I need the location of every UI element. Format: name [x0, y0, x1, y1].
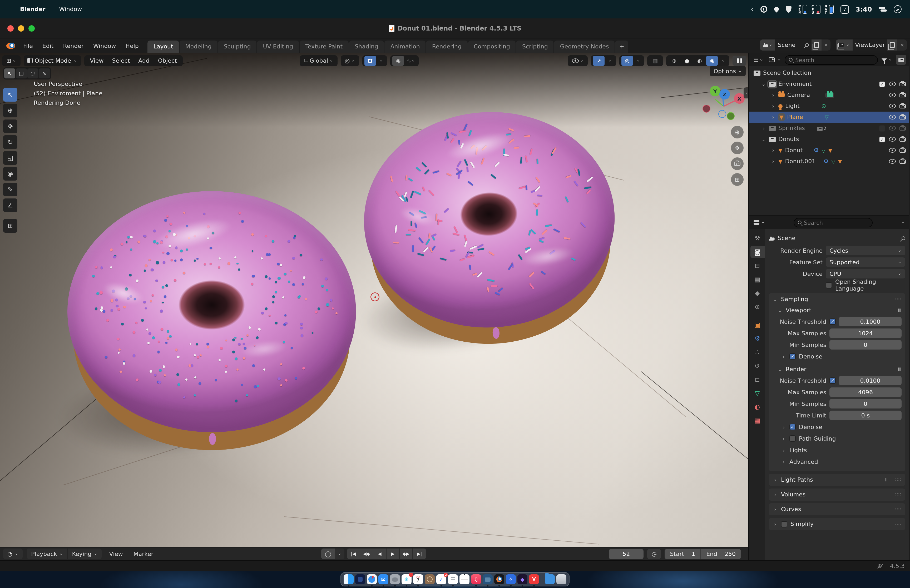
hide-eye-icon[interactable] — [889, 137, 896, 142]
gauge-menu-icon[interactable] — [894, 5, 902, 13]
hide-eye-icon[interactable] — [889, 148, 896, 153]
path-guiding-row[interactable]: › Path Guiding — [773, 433, 902, 444]
lights-row[interactable]: ›Lights — [773, 445, 902, 456]
outliner-row-light[interactable]: › Light — [749, 100, 909, 111]
workspace-tab-compositing[interactable]: Compositing — [468, 40, 516, 53]
auto-keying-dropdown[interactable] — [335, 549, 344, 559]
location-pin-icon[interactable] — [773, 6, 780, 12]
outliner-row-donuts[interactable]: ⌄ Donuts ✓ — [749, 134, 909, 145]
disable-render-icon[interactable] — [899, 148, 906, 152]
pin-scene-icon[interactable] — [804, 42, 810, 48]
dock-safari[interactable] — [367, 574, 377, 584]
dock-tasks[interactable]: ✓2 — [436, 574, 446, 584]
next-keyframe-button[interactable]: ◆▶ — [400, 549, 413, 559]
donut-right[interactable] — [359, 106, 621, 351]
auto-keying-toggle[interactable]: ◯ — [321, 549, 335, 559]
play-button[interactable]: ▶ — [386, 549, 400, 559]
outliner-search[interactable] — [785, 55, 878, 65]
render-min-samples-field[interactable]: 0 — [829, 399, 902, 409]
menubar-clock[interactable]: 3:40 — [856, 5, 872, 13]
app-menu-window[interactable]: Window — [59, 6, 82, 13]
collection-checkbox[interactable]: ✓ — [879, 81, 885, 87]
render-denoise-row[interactable]: ›✓ Denoise — [773, 422, 902, 432]
dock-mastodon[interactable] — [390, 574, 400, 584]
tool-transform[interactable]: ◉ — [3, 167, 18, 181]
dock-finder[interactable] — [344, 574, 354, 584]
tool-move[interactable]: ✥ — [3, 120, 18, 133]
proportional-falloff-dropdown[interactable]: ∿ — [405, 55, 417, 66]
properties-search[interactable] — [794, 218, 872, 227]
dock-mail[interactable]: ✉ — [378, 574, 388, 584]
tab-object[interactable]: ▣ — [750, 318, 765, 331]
workspace-tab-geometry-nodes[interactable]: Geometry Nodes — [554, 40, 615, 53]
pivot-point-dropdown[interactable]: ◎ — [341, 55, 359, 66]
close-window-button[interactable] — [7, 25, 14, 31]
viewport-options-button[interactable]: Options — [710, 66, 746, 76]
remove-viewlayer-button[interactable] — [898, 39, 907, 50]
workspace-tab-modeling[interactable]: Modeling — [179, 40, 218, 53]
play-reverse-button[interactable]: ◀ — [373, 549, 386, 559]
dock-dark-app[interactable] — [355, 574, 365, 584]
disable-render-icon[interactable] — [899, 82, 906, 86]
hide-eye-icon[interactable] — [889, 82, 896, 86]
overlays-dropdown[interactable] — [634, 57, 642, 64]
pan-view-button[interactable]: ✥ — [731, 142, 744, 154]
shading-dropdown[interactable] — [719, 57, 727, 64]
gizmo-axis-y-neg[interactable] — [727, 112, 735, 120]
new-viewlayer-button[interactable] — [887, 39, 898, 50]
proportional-editing-toggle[interactable]: ◉ — [393, 55, 404, 66]
snap-toggle[interactable]: Ω — [364, 55, 376, 66]
viewlayer-name[interactable]: ViewLayer — [855, 42, 885, 48]
outliner-filter-dropdown[interactable] — [880, 57, 894, 63]
disable-render-icon[interactable] — [899, 126, 906, 130]
workspace-tab-uv-editing[interactable]: UV Editing — [257, 40, 299, 53]
outliner-row-camera[interactable]: › Camera — [749, 89, 909, 100]
properties-options-dropdown[interactable] — [899, 220, 906, 225]
show-objects-dropdown[interactable] — [568, 55, 588, 66]
viewport-menu-add[interactable]: Add — [134, 57, 153, 64]
dock-calendar[interactable]: OCT7 — [413, 574, 423, 584]
tool-rotate[interactable]: ↻ — [3, 135, 18, 149]
timeline-editor-type[interactable]: ◔ — [3, 549, 23, 559]
disable-render-icon[interactable] — [899, 93, 906, 97]
tool-measure[interactable]: ∠ — [3, 199, 18, 212]
disable-render-icon[interactable] — [899, 104, 906, 108]
tab-constraints[interactable]: ⊏ — [750, 373, 765, 385]
properties-search-input[interactable] — [804, 219, 868, 226]
workspace-tab-animation[interactable]: Animation — [385, 40, 426, 53]
viewlayer-browse-dropdown[interactable] — [836, 39, 852, 50]
presets-icon[interactable]: ≡ — [897, 367, 902, 372]
camera-view-button[interactable] — [731, 157, 744, 170]
jump-to-end-button[interactable]: ▶| — [413, 549, 426, 559]
sampling-panel-header[interactable]: ⌄Sampling∷∷ — [769, 293, 905, 305]
zoom-window-button[interactable] — [28, 25, 35, 31]
curves-section[interactable]: ›Curves∷∷ — [769, 503, 905, 515]
shading-rendered-button[interactable]: ◉ — [706, 55, 718, 66]
dock-downloads-folder[interactable] — [545, 574, 555, 584]
prev-keyframe-button[interactable]: ◀◆ — [360, 549, 373, 559]
gizmo-axis-z-neg[interactable] — [718, 110, 726, 118]
control-center-icon[interactable] — [879, 6, 887, 12]
presets-icon[interactable]: ≡ — [897, 308, 902, 312]
tab-material[interactable]: ◐ — [750, 401, 765, 413]
dock-notes[interactable] — [459, 574, 469, 584]
menubar-collapse-chevron[interactable]: ‹ — [751, 5, 753, 13]
outliner-row-scene-collection[interactable]: Scene Collection — [749, 67, 909, 78]
workspace-tab-texture-paint[interactable]: Texture Paint — [299, 40, 348, 53]
render-noise-threshold-checkbox[interactable]: ✓ — [829, 378, 836, 384]
tab-view-layer[interactable]: ▤ — [750, 273, 765, 285]
traffic-lights[interactable] — [7, 25, 35, 31]
dock-satellite-app[interactable]: ✧ — [506, 574, 516, 584]
scene-name[interactable]: Scene — [778, 42, 795, 48]
jump-to-start-button[interactable]: |◀ — [347, 549, 360, 559]
viewport-noise-threshold-checkbox[interactable]: ✓ — [829, 318, 836, 325]
scene-selector[interactable]: Scene — [760, 39, 831, 50]
xray-toggle[interactable]: ▥ — [650, 55, 661, 66]
path-guiding-checkbox[interactable] — [789, 435, 796, 442]
gizmo-axis-z[interactable]: Z — [719, 89, 730, 100]
tool-cursor[interactable]: ⊕ — [3, 104, 18, 117]
new-scene-button[interactable] — [811, 39, 821, 50]
viewport-noise-threshold-field[interactable]: 0.1000 — [839, 317, 902, 326]
system-meters[interactable]: MEMCPUBAT — [798, 5, 834, 14]
hide-eye-icon[interactable] — [889, 126, 896, 131]
